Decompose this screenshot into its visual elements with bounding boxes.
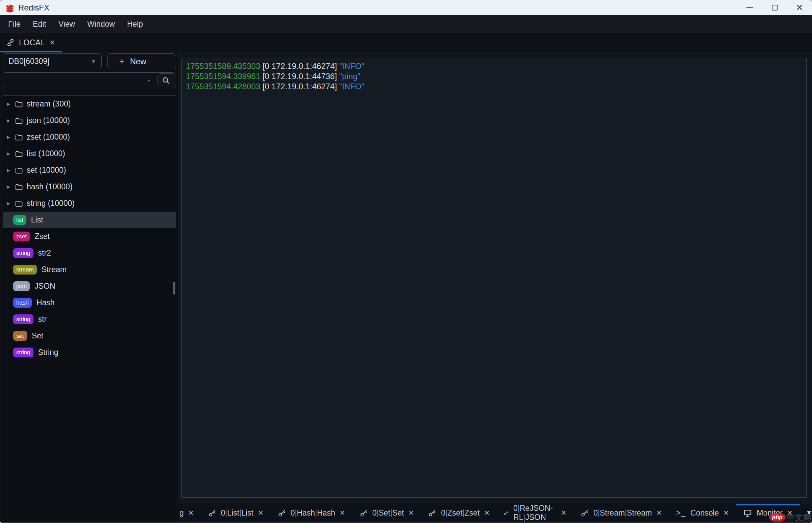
expand-arrow-icon[interactable]: ▶	[6, 168, 11, 173]
expand-arrow-icon[interactable]: ▶	[6, 118, 11, 123]
expand-arrow-icon[interactable]: ▶	[6, 102, 11, 107]
folder-icon	[15, 166, 23, 175]
bottom-tabbar: g ✕ 0|List|List✕0|Hash|Hash✕0|Set|Set✕0|…	[179, 504, 812, 522]
search-history-caret-icon[interactable]: ▾	[148, 78, 150, 83]
tab-key-hash[interactable]: 0|Hash|Hash✕	[271, 504, 352, 522]
search-icon	[162, 76, 170, 85]
menu-item-file[interactable]: File	[2, 20, 27, 29]
tree-key-row[interactable]: zsetZset	[3, 228, 176, 245]
tree-folder-row[interactable]: ▶zset (10000)	[3, 129, 176, 145]
close-window-button[interactable]: ✕	[787, 0, 812, 15]
key-type-badge: stream	[13, 265, 37, 274]
key-type-badge: string	[13, 347, 34, 357]
menu-item-window[interactable]: Window	[81, 20, 121, 29]
tree-folder-row[interactable]: ▶json (10000)	[3, 112, 176, 129]
close-tab-icon[interactable]: ✕	[408, 509, 414, 516]
tab-key-set[interactable]: 0|Set|Set✕	[352, 504, 421, 522]
key-name: Hash	[37, 298, 55, 307]
close-tab-icon[interactable]: ✕	[656, 509, 662, 516]
tree-key-row[interactable]: stringstr	[3, 311, 176, 328]
titlebar: RedisFX ✕	[0, 0, 812, 15]
tab-key-list[interactable]: 0|List|List✕	[201, 504, 271, 522]
key-type-badge: hash	[13, 298, 32, 308]
key-type-badge: set	[13, 331, 27, 341]
expand-arrow-icon[interactable]: ▶	[6, 201, 11, 206]
close-tab-icon[interactable]: ✕	[188, 509, 194, 516]
expand-arrow-icon[interactable]: ▶	[6, 134, 11, 140]
new-key-button[interactable]: + New	[108, 53, 176, 69]
monitor-log-line: 1755351594.339961 [0 172.19.0.1:44736] "…	[186, 71, 802, 82]
key-name: str2	[38, 249, 51, 258]
close-connection-icon[interactable]: ✕	[49, 39, 55, 46]
tab-label: 0|Set|Set	[372, 508, 404, 518]
tree-folder-row[interactable]: ▶set (10000)	[3, 162, 176, 179]
key-icon	[580, 509, 589, 517]
search-input[interactable]	[8, 76, 148, 85]
log-timestamp: 1755351594.428003	[186, 82, 260, 91]
sidebar-scrollbar-thumb[interactable]	[173, 282, 176, 294]
tree-key-row[interactable]: stringString	[3, 344, 176, 361]
db-selector[interactable]: DB0[60309] ▼	[3, 53, 102, 69]
folder-label: list (10000)	[27, 149, 65, 158]
tree-key-row[interactable]: hashHash	[3, 294, 176, 311]
close-tab-icon[interactable]: ✕	[339, 509, 345, 516]
app-title: RedisFX	[18, 3, 49, 13]
minimize-button[interactable]	[737, 0, 762, 15]
expand-arrow-icon[interactable]: ▶	[6, 151, 11, 156]
key-name: JSON	[35, 282, 55, 291]
log-client-address: [0 172.19.0.1:46274]	[260, 82, 339, 91]
key-name: Zset	[35, 232, 50, 241]
close-tab-icon[interactable]: ✕	[560, 509, 566, 516]
key-icon	[504, 509, 509, 517]
folder-label: hash (10000)	[27, 182, 73, 191]
menu-item-help[interactable]: Help	[121, 20, 149, 29]
folder-icon	[15, 183, 23, 191]
monitor-output-panel: 1755351589.435303 [0 172.19.0.1:46274] "…	[182, 58, 807, 498]
menu-item-edit[interactable]: Edit	[27, 20, 52, 29]
maximize-icon	[772, 5, 777, 11]
watermark-text: 中文网	[786, 512, 812, 523]
close-tab-icon[interactable]: ✕	[723, 509, 729, 516]
tree-key-row[interactable]: setSet	[3, 328, 176, 344]
tab-key-truncated[interactable]: g ✕	[179, 504, 201, 522]
key-name: str	[38, 315, 47, 324]
close-tab-icon[interactable]: ✕	[484, 509, 490, 516]
search-button[interactable]	[158, 73, 174, 87]
watermark: php 中文网	[769, 512, 812, 523]
terminal-icon: >_	[676, 508, 686, 517]
expand-arrow-icon[interactable]: ▶	[6, 184, 11, 189]
tree-folder-row[interactable]: ▶string (10000)	[3, 195, 176, 212]
folder-icon	[15, 133, 23, 142]
menu-item-view[interactable]: View	[52, 20, 81, 29]
log-client-address: [0 172.19.0.1:46274]	[260, 61, 339, 71]
folder-icon	[15, 199, 23, 208]
tab-console[interactable]: >_ Console ✕	[669, 504, 736, 522]
tree-key-row[interactable]: jsonJSON	[3, 278, 176, 294]
key-icon	[278, 509, 286, 517]
tree-key-row[interactable]: stringstr2	[3, 245, 176, 262]
tree-folder-row[interactable]: ▶list (10000)	[3, 145, 176, 162]
key-icon	[428, 509, 437, 517]
connection-tab-local[interactable]: LOCAL ✕	[0, 33, 62, 52]
monitor-icon	[743, 508, 752, 518]
window-controls: ✕	[737, 0, 812, 15]
redis-logo-icon	[5, 3, 15, 13]
tab-key-json[interactable]: 0|ReJSON-RL|JSON✕	[497, 504, 573, 522]
tree-folder-row[interactable]: ▶stream (300)	[3, 96, 176, 112]
folder-label: json (10000)	[27, 116, 70, 125]
window-bottom-edge	[0, 522, 812, 523]
tab-key-stream[interactable]: 0|Stream|Stream✕	[573, 504, 669, 522]
main-area: DB0[60309] ▼ + New ▾	[0, 52, 812, 522]
key-type-badge: json	[13, 281, 30, 291]
tree-folder-row[interactable]: ▶hash (10000)	[3, 179, 176, 195]
menubar-items: FileEditViewWindowHelp	[0, 15, 812, 33]
tab-key-zset[interactable]: 0|Zset|Zset✕	[421, 504, 497, 522]
close-tab-icon[interactable]: ✕	[258, 509, 263, 516]
tree-key-row[interactable]: streamStream	[3, 262, 176, 278]
maximize-button[interactable]	[762, 0, 787, 15]
key-name: String	[38, 348, 58, 357]
monitor-log-line: 1755351594.428003 [0 172.19.0.1:46274] "…	[186, 82, 802, 92]
tree-key-row[interactable]: listList	[3, 212, 176, 228]
folder-icon	[15, 116, 23, 125]
plus-icon: +	[119, 57, 125, 66]
